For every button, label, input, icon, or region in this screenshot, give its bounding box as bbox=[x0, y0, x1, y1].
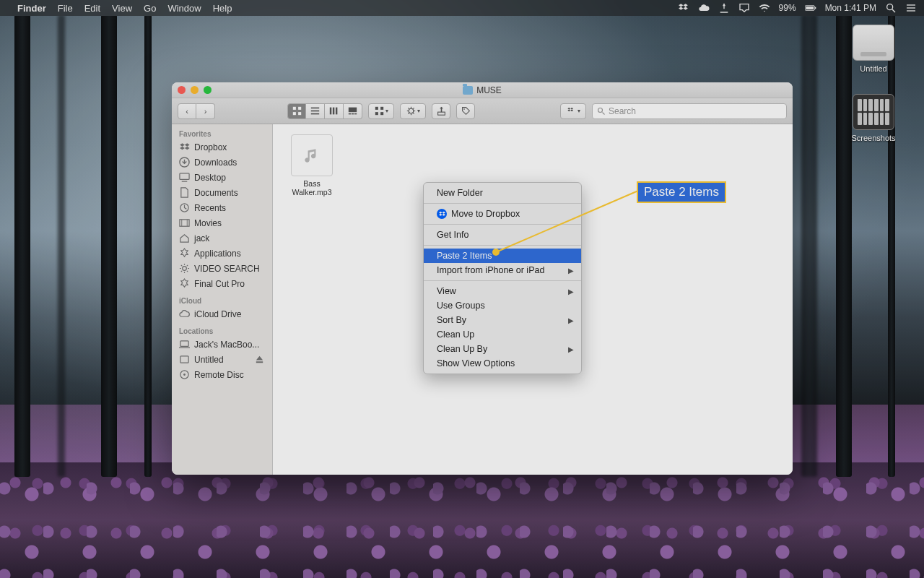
svg-rect-21 bbox=[354, 113, 357, 115]
wifi-menubar-icon[interactable] bbox=[759, 2, 770, 14]
menu-window[interactable]: Window bbox=[167, 3, 201, 14]
svg-rect-23 bbox=[380, 107, 383, 110]
svg-rect-32 bbox=[180, 173, 189, 179]
svg-rect-2 bbox=[815, 7, 816, 9]
menu-item-use-groups[interactable]: Use Groups bbox=[424, 298, 581, 313]
svg-rect-1 bbox=[806, 7, 814, 9]
disk-icon bbox=[179, 354, 190, 365]
cloud-menubar-icon[interactable] bbox=[698, 2, 710, 14]
sidebar-item-jack[interactable]: jack bbox=[172, 230, 272, 246]
sidebar-item-icloud-drive[interactable]: iCloud Drive bbox=[172, 306, 272, 322]
svg-rect-35 bbox=[180, 220, 189, 226]
menu-go[interactable]: Go bbox=[144, 3, 156, 14]
nav-buttons: ‹ › bbox=[178, 103, 215, 119]
submenu-arrow-icon: ▶ bbox=[568, 345, 574, 353]
sidebar-item-remote-disc[interactable]: Remote Disc bbox=[172, 367, 272, 382]
desktop-screenshots-icon[interactable]: Screenshots bbox=[845, 94, 902, 142]
group-by-button[interactable]: ▾ bbox=[368, 103, 394, 119]
desktop-icon bbox=[179, 172, 190, 183]
menu-item-clean-up[interactable]: Clean Up bbox=[424, 327, 581, 342]
back-button[interactable]: ‹ bbox=[178, 103, 196, 119]
minimize-button[interactable] bbox=[191, 86, 199, 94]
icon-view-button[interactable] bbox=[287, 103, 306, 119]
close-button[interactable] bbox=[178, 86, 186, 94]
updates-menubar-icon[interactable] bbox=[718, 2, 730, 14]
svg-rect-25 bbox=[380, 112, 383, 115]
file-name: Bass Walker.mp3 bbox=[283, 179, 341, 197]
notification-center-icon[interactable] bbox=[905, 2, 917, 14]
sidebar-item-desktop[interactable]: Desktop bbox=[172, 170, 272, 185]
forward-button[interactable]: › bbox=[196, 103, 215, 119]
sidebar-item-dropbox[interactable]: Dropbox bbox=[172, 139, 272, 155]
action-button[interactable]: ▾ bbox=[400, 103, 426, 119]
sidebar-item-documents[interactable]: Documents bbox=[172, 185, 272, 200]
search-input[interactable]: Search bbox=[592, 103, 787, 119]
menu-view[interactable]: View bbox=[112, 3, 132, 14]
gallery-view-button[interactable] bbox=[344, 103, 362, 119]
airplay-menubar-icon[interactable] bbox=[738, 2, 750, 14]
menu-item-paste-2-items[interactable]: Paste 2 Items bbox=[424, 249, 581, 263]
dropbox-icon bbox=[179, 142, 190, 152]
home-icon bbox=[179, 233, 190, 243]
menu-separator bbox=[424, 203, 581, 204]
dropbox-toolbar-button[interactable]: ▾ bbox=[560, 103, 586, 119]
folder-icon bbox=[463, 86, 473, 95]
menu-item-move-to-dropbox[interactable]: Move to Dropbox bbox=[424, 207, 581, 221]
spotlight-icon[interactable] bbox=[885, 2, 897, 14]
menu-separator bbox=[424, 245, 581, 246]
sidebar-item-jack-s-macboo-[interactable]: Jack's MacBoo... bbox=[172, 337, 272, 352]
svg-rect-9 bbox=[298, 107, 301, 110]
menu-help[interactable]: Help bbox=[213, 3, 232, 14]
battery-percent[interactable]: 99% bbox=[779, 3, 796, 13]
apps-icon bbox=[179, 248, 190, 259]
drive-icon bbox=[853, 25, 894, 61]
sidebar-item-downloads[interactable]: Downloads bbox=[172, 155, 272, 170]
menu-item-view[interactable]: View▶ bbox=[424, 284, 581, 298]
sidebar-item-recents[interactable]: Recents bbox=[172, 200, 272, 215]
svg-line-4 bbox=[892, 9, 895, 12]
sidebar-item-untitled[interactable]: Untitled bbox=[172, 352, 272, 367]
battery-icon[interactable] bbox=[805, 2, 816, 14]
sidebar-item-final-cut-pro[interactable]: Final Cut Pro bbox=[172, 276, 272, 291]
menu-item-get-info[interactable]: Get Info bbox=[424, 228, 581, 242]
svg-point-29 bbox=[598, 108, 603, 112]
doc-icon bbox=[179, 187, 190, 198]
menu-item-clean-up-by[interactable]: Clean Up By▶ bbox=[424, 342, 581, 356]
svg-rect-24 bbox=[375, 112, 378, 115]
svg-point-38 bbox=[183, 267, 187, 271]
menu-item-sort-by[interactable]: Sort By▶ bbox=[424, 313, 581, 327]
search-placeholder: Search bbox=[609, 106, 636, 116]
column-view-button[interactable] bbox=[325, 103, 344, 119]
share-button[interactable] bbox=[432, 103, 450, 119]
sidebar-item-applications[interactable]: Applications bbox=[172, 246, 272, 261]
callout-dot bbox=[492, 249, 500, 256]
screenshots-folder-icon bbox=[853, 94, 894, 130]
clock-icon bbox=[179, 202, 190, 213]
svg-rect-19 bbox=[349, 113, 351, 115]
list-view-button[interactable] bbox=[306, 103, 325, 119]
disc-icon bbox=[179, 369, 190, 380]
app-menu[interactable]: Finder bbox=[17, 3, 46, 14]
context-menu: New FolderMove to DropboxGet InfoPaste 2… bbox=[423, 182, 582, 374]
submenu-arrow-icon: ▶ bbox=[568, 267, 574, 275]
menu-edit[interactable]: Edit bbox=[84, 3, 100, 14]
menu-item-import-from-iphone-or-ipad[interactable]: Import from iPhone or iPad▶ bbox=[424, 263, 581, 277]
menu-item-new-folder[interactable]: New Folder bbox=[424, 186, 581, 200]
svg-rect-16 bbox=[333, 108, 334, 115]
svg-rect-20 bbox=[352, 113, 354, 115]
tags-button[interactable] bbox=[456, 103, 475, 119]
menu-file[interactable]: File bbox=[58, 3, 73, 14]
desktop-drive-icon[interactable]: Untitled bbox=[845, 25, 902, 73]
eject-icon[interactable] bbox=[254, 354, 265, 365]
menu-item-show-view-options[interactable]: Show View Options bbox=[424, 356, 581, 371]
svg-rect-22 bbox=[375, 107, 378, 110]
sidebar-item-movies[interactable]: Movies bbox=[172, 215, 272, 230]
maximize-button[interactable] bbox=[204, 86, 212, 94]
cloud-icon bbox=[179, 309, 190, 319]
sidebar-icloud-header: iCloud bbox=[172, 291, 272, 306]
clock[interactable]: Mon 1:41 PM bbox=[825, 3, 876, 13]
dropbox-menubar-icon[interactable] bbox=[678, 2, 689, 14]
sidebar-item-video-search[interactable]: VIDEO SEARCH bbox=[172, 261, 272, 276]
file-item[interactable]: Bass Walker.mp3 bbox=[283, 134, 341, 197]
titlebar[interactable]: MUSE bbox=[172, 82, 793, 98]
